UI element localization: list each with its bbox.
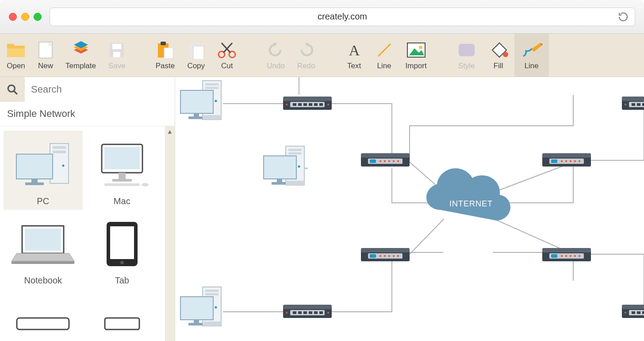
pencil-icon (521, 40, 543, 60)
text-tool-button[interactable]: A Text (339, 34, 369, 77)
search-button[interactable] (0, 77, 25, 102)
new-file-icon (38, 40, 53, 60)
svg-rect-35 (53, 146, 66, 149)
paste-label: Paste (156, 62, 175, 70)
shape-notebook-label: Notebook (24, 275, 62, 286)
svg-rect-38 (16, 154, 53, 179)
copy-label: Copy (187, 62, 205, 70)
text-label: Text (347, 62, 361, 70)
shape-notebook[interactable]: Notebook (4, 210, 83, 289)
svg-marker-49 (12, 253, 74, 261)
new-label: New (38, 62, 53, 70)
line-tool-button[interactable]: Line (369, 34, 399, 77)
svg-rect-40 (25, 182, 44, 185)
shape-pc[interactable]: PC (4, 131, 83, 210)
shape-more-2[interactable] (83, 289, 162, 341)
svg-line-23 (378, 44, 391, 56)
device-icon (102, 297, 142, 341)
cut-button[interactable]: Cut (211, 34, 243, 77)
svg-rect-52 (110, 226, 134, 259)
redo-button[interactable]: Redo (291, 34, 322, 77)
svg-rect-42 (104, 147, 140, 169)
svg-rect-1 (7, 44, 14, 48)
scroll-up-icon[interactable]: ▲ (167, 128, 173, 135)
svg-rect-10 (113, 52, 120, 57)
canvas-pc-2[interactable] (264, 146, 304, 185)
reload-icon[interactable] (618, 12, 629, 24)
shape-group-title: Simple Network (7, 108, 75, 119)
svg-point-29 (503, 52, 508, 57)
new-button[interactable]: New (32, 34, 59, 77)
address-bar[interactable]: creately.com (50, 8, 635, 26)
shape-mac[interactable]: Mac (83, 131, 162, 210)
search-icon (7, 84, 18, 95)
style-icon (457, 40, 476, 60)
fill-icon (489, 40, 508, 60)
save-button[interactable]: Save (102, 34, 132, 77)
canvas-switch-2[interactable] (283, 305, 332, 318)
open-label: Open (7, 62, 25, 70)
close-window-button[interactable] (9, 13, 17, 21)
svg-text:A: A (349, 42, 360, 58)
folder-icon (6, 40, 26, 60)
svg-rect-54 (17, 318, 69, 329)
fill-button[interactable]: Fill (483, 34, 514, 77)
line-label: Line (377, 62, 391, 70)
svg-rect-15 (193, 46, 204, 59)
browser-chrome: creately.com (0, 0, 644, 34)
svg-rect-2 (7, 48, 25, 57)
cut-label: Cut (221, 62, 233, 70)
device-icon (14, 297, 72, 341)
canvas[interactable]: INTERNET (175, 77, 644, 341)
svg-rect-27 (459, 44, 475, 56)
shape-more-1[interactable] (4, 289, 83, 341)
scissors-icon (217, 40, 237, 60)
zoom-window-button[interactable] (34, 13, 42, 21)
line-style-label: Line (525, 62, 539, 70)
palette-scrollbar[interactable]: ▲ (165, 126, 175, 341)
undo-button[interactable]: Undo (261, 34, 291, 77)
shape-tab-label: Tab (115, 275, 129, 286)
paste-button[interactable]: Paste (150, 34, 181, 77)
save-label: Save (108, 62, 126, 70)
tablet-icon (102, 218, 142, 271)
template-icon (72, 40, 90, 60)
canvas-switch-3[interactable] (622, 97, 644, 110)
canvas-router-3[interactable] (361, 248, 410, 261)
style-button[interactable]: Style (451, 34, 483, 77)
paste-icon (156, 40, 174, 60)
canvas-pc-3[interactable] (180, 287, 221, 326)
mac-icon (91, 139, 153, 192)
search-input[interactable] (25, 77, 175, 102)
svg-rect-39 (31, 179, 38, 182)
minimize-window-button[interactable] (21, 13, 29, 21)
template-label: Template (65, 62, 96, 70)
svg-rect-12 (161, 42, 166, 45)
internet-cloud[interactable] (426, 168, 510, 221)
redo-icon (297, 40, 315, 60)
canvas-router-1[interactable] (361, 153, 410, 167)
open-button[interactable]: Open (0, 34, 32, 77)
copy-button[interactable]: Copy (181, 34, 211, 77)
svg-line-33 (14, 91, 17, 94)
sidebar: Simple Network PC (0, 77, 175, 341)
import-label: Import (406, 62, 427, 70)
shape-tab[interactable]: Tab (83, 210, 162, 289)
canvas-pc-1[interactable] (180, 81, 221, 120)
diagram-svg (175, 77, 644, 341)
canvas-switch-4[interactable] (622, 305, 644, 318)
svg-rect-45 (104, 183, 140, 186)
svg-rect-13 (164, 48, 173, 58)
import-button[interactable]: Import (399, 34, 433, 77)
copy-icon (187, 40, 205, 60)
canvas-router-2[interactable] (542, 153, 591, 167)
canvas-router-4[interactable] (542, 248, 591, 261)
line-style-button[interactable]: Line (514, 34, 549, 77)
shape-group-header[interactable]: Simple Network (0, 102, 175, 126)
shape-mac-label: Mac (114, 196, 130, 206)
template-button[interactable]: Template (59, 34, 102, 77)
canvas-switch-1[interactable] (283, 97, 332, 110)
svg-rect-43 (119, 173, 126, 179)
undo-icon (267, 40, 285, 60)
search-row (0, 77, 175, 102)
